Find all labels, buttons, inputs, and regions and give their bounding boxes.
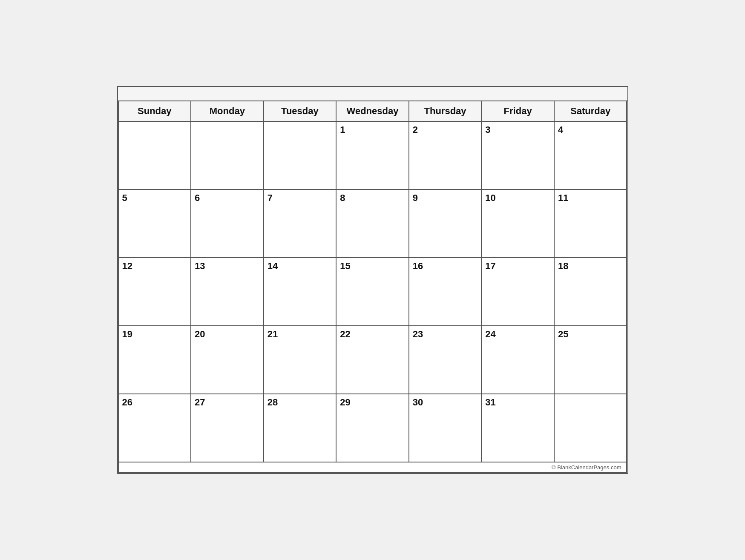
- day-cell-2: 2: [409, 122, 482, 190]
- day-number: 20: [195, 329, 205, 339]
- day-number: 7: [268, 192, 273, 203]
- day-cell-3: 3: [482, 122, 555, 190]
- day-number: 13: [195, 261, 205, 271]
- day-number: 19: [122, 329, 132, 339]
- day-number: 22: [340, 329, 350, 339]
- day-number: 2: [413, 124, 418, 135]
- day-number: 14: [268, 261, 278, 271]
- day-cell-19: 19: [119, 326, 192, 394]
- day-cell-28: 28: [264, 394, 337, 462]
- day-header-thursday: Thursday: [409, 101, 482, 122]
- day-number: 8: [340, 192, 345, 203]
- day-cell-29: 29: [337, 394, 409, 462]
- day-cell-22: 22: [337, 326, 409, 394]
- day-cell-8: 8: [337, 190, 409, 258]
- day-cell-27: 27: [191, 394, 264, 462]
- day-cell-26: 26: [119, 394, 192, 462]
- day-cell-9: 9: [409, 190, 482, 258]
- day-number: 27: [195, 397, 205, 408]
- day-number: 23: [413, 329, 423, 339]
- calendar-grid: SundayMondayTuesdayWednesdayThursdayFrid…: [118, 101, 627, 473]
- day-cell-1: 1: [337, 122, 409, 190]
- day-cell-24: 24: [482, 326, 555, 394]
- calendar-container: SundayMondayTuesdayWednesdayThursdayFrid…: [117, 86, 628, 474]
- day-header-tuesday: Tuesday: [264, 101, 337, 122]
- day-cell-15: 15: [337, 258, 409, 326]
- watermark: © BlankCalendarPages.com: [119, 462, 627, 473]
- day-cell-16: 16: [409, 258, 482, 326]
- day-cell-6: 6: [191, 190, 264, 258]
- day-cell-12: 12: [119, 258, 192, 326]
- day-cell-14: 14: [264, 258, 337, 326]
- day-cell-10: 10: [482, 190, 555, 258]
- day-cell-empty: [119, 122, 192, 190]
- day-cell-4: 4: [555, 122, 627, 190]
- day-header-wednesday: Wednesday: [337, 101, 409, 122]
- day-cell-31: 31: [482, 394, 555, 462]
- day-number: 26: [122, 397, 132, 408]
- day-number: 10: [485, 192, 495, 203]
- day-cell-25: 25: [555, 326, 627, 394]
- day-cell-7: 7: [264, 190, 337, 258]
- day-cell-21: 21: [264, 326, 337, 394]
- day-number: 4: [558, 124, 563, 135]
- day-cell-5: 5: [119, 190, 192, 258]
- day-header-friday: Friday: [482, 101, 555, 122]
- day-number: 17: [485, 261, 495, 271]
- day-cell-18: 18: [555, 258, 627, 326]
- day-number: 21: [268, 329, 278, 339]
- day-number: 11: [558, 192, 568, 203]
- day-number: 24: [485, 329, 495, 339]
- day-cell-empty: [264, 122, 337, 190]
- day-cell-empty: [191, 122, 264, 190]
- day-number: 1: [340, 124, 345, 135]
- day-number: 16: [413, 261, 423, 271]
- day-number: 6: [195, 192, 200, 203]
- day-number: 25: [558, 329, 568, 339]
- day-cell-20: 20: [191, 326, 264, 394]
- day-number: 3: [485, 124, 490, 135]
- calendar-title: [118, 87, 627, 101]
- day-number: 29: [340, 397, 350, 408]
- day-header-sunday: Sunday: [119, 101, 192, 122]
- day-number: 28: [268, 397, 278, 408]
- day-number: 9: [413, 192, 418, 203]
- day-header-monday: Monday: [191, 101, 264, 122]
- day-number: 31: [485, 397, 495, 408]
- day-number: 30: [413, 397, 423, 408]
- day-header-saturday: Saturday: [555, 101, 627, 122]
- day-cell-17: 17: [482, 258, 555, 326]
- day-number: 18: [558, 261, 568, 271]
- day-cell-30: 30: [409, 394, 482, 462]
- day-cell-empty: [555, 394, 627, 462]
- day-cell-11: 11: [555, 190, 627, 258]
- day-number: 5: [122, 192, 127, 203]
- day-cell-23: 23: [409, 326, 482, 394]
- day-cell-13: 13: [191, 258, 264, 326]
- day-number: 12: [122, 261, 132, 271]
- day-number: 15: [340, 261, 350, 271]
